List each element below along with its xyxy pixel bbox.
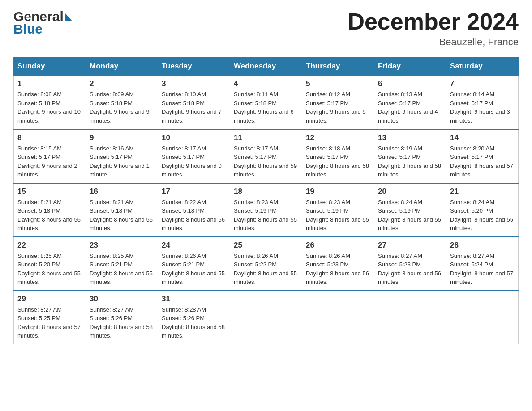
day-number: 3 (162, 79, 226, 88)
calendar-cell: 6 Sunrise: 8:13 AM Sunset: 5:17 PM Dayli… (374, 76, 446, 129)
day-info: Sunrise: 8:10 AM Sunset: 5:18 PM Dayligh… (162, 90, 226, 125)
week-row-3: 15 Sunrise: 8:21 AM Sunset: 5:18 PM Dayl… (14, 183, 519, 237)
calendar-cell: 3 Sunrise: 8:10 AM Sunset: 5:18 PM Dayli… (158, 76, 230, 129)
day-number: 29 (17, 295, 82, 304)
day-info: Sunrise: 8:17 AM Sunset: 5:17 PM Dayligh… (162, 144, 226, 179)
day-info: Sunrise: 8:23 AM Sunset: 5:19 PM Dayligh… (234, 198, 298, 233)
header-sunday: Sunday (14, 57, 86, 76)
calendar-cell (302, 291, 374, 344)
calendar-subtitle: Beauzelle, France (348, 36, 519, 48)
day-info: Sunrise: 8:24 AM Sunset: 5:19 PM Dayligh… (378, 198, 442, 233)
week-row-1: 1 Sunrise: 8:08 AM Sunset: 5:18 PM Dayli… (14, 76, 519, 129)
calendar-cell: 21 Sunrise: 8:24 AM Sunset: 5:20 PM Dayl… (446, 183, 519, 237)
calendar-cell: 31 Sunrise: 8:28 AM Sunset: 5:26 PM Dayl… (158, 291, 230, 344)
calendar-cell: 30 Sunrise: 8:27 AM Sunset: 5:26 PM Dayl… (86, 291, 158, 344)
day-number: 21 (450, 187, 515, 196)
calendar-cell: 8 Sunrise: 8:15 AM Sunset: 5:17 PM Dayli… (14, 129, 86, 183)
day-number: 26 (306, 241, 370, 250)
calendar-cell (446, 291, 519, 344)
calendar-cell: 28 Sunrise: 8:27 AM Sunset: 5:24 PM Dayl… (446, 237, 519, 291)
day-number: 14 (450, 133, 515, 142)
day-info: Sunrise: 8:27 AM Sunset: 5:25 PM Dayligh… (17, 305, 82, 340)
calendar-cell: 23 Sunrise: 8:25 AM Sunset: 5:21 PM Dayl… (86, 237, 158, 291)
day-info: Sunrise: 8:21 AM Sunset: 5:18 PM Dayligh… (90, 198, 154, 233)
calendar-table: SundayMondayTuesdayWednesdayThursdayFrid… (13, 57, 519, 344)
calendar-cell: 13 Sunrise: 8:19 AM Sunset: 5:17 PM Dayl… (374, 129, 446, 183)
day-number: 20 (378, 187, 442, 196)
day-info: Sunrise: 8:18 AM Sunset: 5:17 PM Dayligh… (306, 144, 370, 179)
day-info: Sunrise: 8:27 AM Sunset: 5:23 PM Dayligh… (378, 252, 442, 287)
day-info: Sunrise: 8:09 AM Sunset: 5:18 PM Dayligh… (90, 90, 154, 125)
day-info: Sunrise: 8:26 AM Sunset: 5:22 PM Dayligh… (234, 252, 298, 287)
day-info: Sunrise: 8:28 AM Sunset: 5:26 PM Dayligh… (162, 305, 226, 340)
calendar-cell: 11 Sunrise: 8:17 AM Sunset: 5:17 PM Dayl… (230, 129, 302, 183)
calendar-cell: 9 Sunrise: 8:16 AM Sunset: 5:17 PM Dayli… (86, 129, 158, 183)
day-info: Sunrise: 8:27 AM Sunset: 5:24 PM Dayligh… (450, 252, 515, 287)
week-row-5: 29 Sunrise: 8:27 AM Sunset: 5:25 PM Dayl… (14, 291, 519, 344)
day-number: 31 (162, 295, 226, 304)
day-info: Sunrise: 8:21 AM Sunset: 5:18 PM Dayligh… (17, 198, 82, 233)
day-info: Sunrise: 8:20 AM Sunset: 5:17 PM Dayligh… (450, 144, 515, 179)
week-row-4: 22 Sunrise: 8:25 AM Sunset: 5:20 PM Dayl… (14, 237, 519, 291)
day-number: 4 (234, 79, 298, 88)
calendar-cell: 2 Sunrise: 8:09 AM Sunset: 5:18 PM Dayli… (86, 76, 158, 129)
header-wednesday: Wednesday (230, 57, 302, 76)
day-number: 27 (378, 241, 442, 250)
day-number: 19 (306, 187, 370, 196)
calendar-cell: 17 Sunrise: 8:22 AM Sunset: 5:18 PM Dayl… (158, 183, 230, 237)
day-info: Sunrise: 8:15 AM Sunset: 5:17 PM Dayligh… (17, 144, 82, 179)
day-info: Sunrise: 8:19 AM Sunset: 5:17 PM Dayligh… (378, 144, 442, 179)
day-info: Sunrise: 8:11 AM Sunset: 5:18 PM Dayligh… (234, 90, 298, 125)
day-info: Sunrise: 8:14 AM Sunset: 5:17 PM Dayligh… (450, 90, 515, 125)
day-number: 7 (450, 79, 515, 88)
title-section: December 2024 Beauzelle, France (348, 9, 519, 48)
day-info: Sunrise: 8:27 AM Sunset: 5:26 PM Dayligh… (90, 305, 154, 340)
header-tuesday: Tuesday (158, 57, 230, 76)
day-number: 8 (17, 133, 82, 142)
calendar-cell: 15 Sunrise: 8:21 AM Sunset: 5:18 PM Dayl… (14, 183, 86, 237)
day-number: 28 (450, 241, 515, 250)
day-number: 18 (234, 187, 298, 196)
calendar-cell: 4 Sunrise: 8:11 AM Sunset: 5:18 PM Dayli… (230, 76, 302, 129)
day-number: 30 (90, 295, 154, 304)
day-info: Sunrise: 8:12 AM Sunset: 5:17 PM Dayligh… (306, 90, 370, 125)
day-number: 22 (17, 241, 82, 250)
day-info: Sunrise: 8:25 AM Sunset: 5:21 PM Dayligh… (90, 252, 154, 287)
header-saturday: Saturday (446, 57, 519, 76)
week-row-2: 8 Sunrise: 8:15 AM Sunset: 5:17 PM Dayli… (14, 129, 519, 183)
day-number: 24 (162, 241, 226, 250)
calendar-cell: 1 Sunrise: 8:08 AM Sunset: 5:18 PM Dayli… (14, 76, 86, 129)
header-friday: Friday (374, 57, 446, 76)
day-number: 25 (234, 241, 298, 250)
day-info: Sunrise: 8:22 AM Sunset: 5:18 PM Dayligh… (162, 198, 226, 233)
day-info: Sunrise: 8:13 AM Sunset: 5:17 PM Dayligh… (378, 90, 442, 125)
calendar-cell: 12 Sunrise: 8:18 AM Sunset: 5:17 PM Dayl… (302, 129, 374, 183)
day-number: 11 (234, 133, 298, 142)
day-info: Sunrise: 8:23 AM Sunset: 5:19 PM Dayligh… (306, 198, 370, 233)
calendar-cell: 10 Sunrise: 8:17 AM Sunset: 5:17 PM Dayl… (158, 129, 230, 183)
day-number: 9 (90, 133, 154, 142)
day-info: Sunrise: 8:25 AM Sunset: 5:20 PM Dayligh… (17, 252, 82, 287)
day-number: 13 (378, 133, 442, 142)
logo-blue-text: Blue (13, 21, 43, 37)
calendar-cell: 7 Sunrise: 8:14 AM Sunset: 5:17 PM Dayli… (446, 76, 519, 129)
calendar-cell: 26 Sunrise: 8:26 AM Sunset: 5:23 PM Dayl… (302, 237, 374, 291)
calendar-cell (374, 291, 446, 344)
day-number: 16 (90, 187, 154, 196)
calendar-cell: 25 Sunrise: 8:26 AM Sunset: 5:22 PM Dayl… (230, 237, 302, 291)
calendar-cell: 16 Sunrise: 8:21 AM Sunset: 5:18 PM Dayl… (86, 183, 158, 237)
header-thursday: Thursday (302, 57, 374, 76)
calendar-cell: 24 Sunrise: 8:26 AM Sunset: 5:21 PM Dayl… (158, 237, 230, 291)
day-number: 6 (378, 79, 442, 88)
day-info: Sunrise: 8:24 AM Sunset: 5:20 PM Dayligh… (450, 198, 515, 233)
day-info: Sunrise: 8:08 AM Sunset: 5:18 PM Dayligh… (17, 90, 82, 125)
calendar-cell: 19 Sunrise: 8:23 AM Sunset: 5:19 PM Dayl… (302, 183, 374, 237)
calendar-cell: 5 Sunrise: 8:12 AM Sunset: 5:17 PM Dayli… (302, 76, 374, 129)
day-info: Sunrise: 8:16 AM Sunset: 5:17 PM Dayligh… (90, 144, 154, 179)
day-number: 10 (162, 133, 226, 142)
calendar-cell: 18 Sunrise: 8:23 AM Sunset: 5:19 PM Dayl… (230, 183, 302, 237)
page-header: General Blue December 2024 Beauzelle, Fr… (13, 9, 519, 48)
day-number: 2 (90, 79, 154, 88)
calendar-cell: 14 Sunrise: 8:20 AM Sunset: 5:17 PM Dayl… (446, 129, 519, 183)
day-number: 17 (162, 187, 226, 196)
